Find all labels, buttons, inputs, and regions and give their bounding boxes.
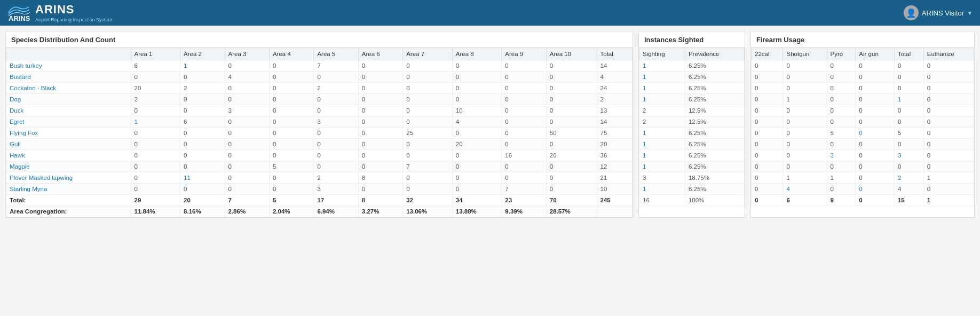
firearm-value: 0 <box>783 83 827 94</box>
species-value-cell: 0 <box>314 94 358 105</box>
species-name-cell[interactable]: Gull <box>6 139 131 150</box>
firearm-value[interactable]: 0 <box>856 184 895 195</box>
species-value-cell[interactable]: 11 <box>180 172 225 184</box>
species-value-cell: 0 <box>314 128 358 139</box>
total-value: 32 <box>403 195 453 206</box>
species-name-cell[interactable]: Plover Masked lapwing <box>6 172 131 184</box>
species-value-cell: 0 <box>358 105 402 116</box>
firearm-value: 1 <box>783 172 827 184</box>
firearm-value[interactable]: 2 <box>894 172 923 184</box>
species-value-cell: 0 <box>358 161 402 172</box>
col-total: Total <box>894 48 923 60</box>
firearm-value: 0 <box>923 94 974 105</box>
species-name-cell[interactable]: Duck <box>6 105 131 116</box>
sighting-value[interactable]: 1 <box>639 184 685 195</box>
species-value-cell: 0 <box>358 116 402 128</box>
sighting-value[interactable]: 1 <box>639 150 685 161</box>
species-value-cell: 14 <box>597 60 632 72</box>
species-value-cell[interactable]: 1 <box>180 60 225 72</box>
firearm-value[interactable]: 15 <box>894 195 923 206</box>
congregation-value: 3.27% <box>358 206 402 217</box>
logo-icon: ARINS <box>7 4 31 22</box>
prevalence-value: 6.25% <box>685 184 744 195</box>
species-value-cell: 0 <box>358 83 402 94</box>
firearm-value[interactable]: 0 <box>856 128 895 139</box>
congregation-value: 2.86% <box>225 206 269 217</box>
species-name-cell[interactable]: Egret <box>6 116 131 128</box>
sighting-value[interactable]: 1 <box>639 94 685 105</box>
table-row: Hawk00000000162036 <box>6 150 633 161</box>
firearm-value: 4 <box>894 184 923 195</box>
sighting-value[interactable]: 1 <box>639 128 685 139</box>
col-shotgun: Shotgun <box>783 48 827 60</box>
firearm-value: 0 <box>827 72 856 83</box>
table-row: 16.25% <box>639 72 745 83</box>
firearm-value: 0 <box>783 60 827 72</box>
species-name-cell[interactable]: Cockatoo - Black <box>6 83 131 94</box>
firearm-value: 0 <box>752 116 783 128</box>
firearm-value[interactable]: 1 <box>894 94 923 105</box>
species-name-cell[interactable]: Hawk <box>6 150 131 161</box>
species-value-cell: 0 <box>502 83 546 94</box>
user-menu[interactable]: 👤 ARINS Visitor ▼ <box>904 5 973 20</box>
col-area2: Area 2 <box>180 48 225 60</box>
user-avatar-icon: 👤 <box>904 5 919 20</box>
species-value-cell: 75 <box>597 128 632 139</box>
species-value-cell: 25 <box>403 128 453 139</box>
species-value-cell: 0 <box>358 94 402 105</box>
species-value-cell: 0 <box>180 72 225 83</box>
species-value-cell: 0 <box>180 161 225 172</box>
species-name-cell[interactable]: Dog <box>6 94 131 105</box>
firearm-value: 0 <box>856 60 895 72</box>
species-value-cell: 0 <box>358 60 402 72</box>
prevalence-value: 6.25% <box>685 128 744 139</box>
species-name-cell[interactable]: Bustard <box>6 72 131 83</box>
species-value-cell: 16 <box>502 150 546 161</box>
total-value: 29 <box>131 195 180 206</box>
species-name-cell[interactable]: Starling Myna <box>6 184 131 195</box>
firearm-panel-title: Firearm Usage <box>751 31 974 48</box>
sighting-value[interactable]: 1 <box>639 72 685 83</box>
firearm-value: 0 <box>856 139 895 150</box>
table-row: Egret160030040014 <box>6 116 633 128</box>
col-area4: Area 4 <box>269 48 313 60</box>
species-value-cell: 0 <box>452 161 502 172</box>
congregation-value: 13.88% <box>452 206 502 217</box>
sighting-value[interactable]: 1 <box>639 139 685 150</box>
sighting-value[interactable]: 1 <box>639 83 685 94</box>
congregation-value: 28.57% <box>546 206 597 217</box>
species-name-cell[interactable]: Bush turkey <box>6 60 131 72</box>
firearm-value: 0 <box>923 116 974 128</box>
total-label: Total: <box>6 195 131 206</box>
sighting-value[interactable]: 1 <box>639 60 685 72</box>
species-value-cell: 20 <box>131 83 180 94</box>
species-value-cell: 0 <box>269 184 313 195</box>
species-value-cell: 7 <box>314 60 358 72</box>
firearm-value[interactable]: 3 <box>894 150 923 161</box>
sighting-value[interactable]: 1 <box>639 161 685 172</box>
brand-subtitle: Airport Reporting Inspection System <box>35 17 112 23</box>
chevron-down-icon: ▼ <box>967 10 973 16</box>
firearm-value[interactable]: 3 <box>827 150 856 161</box>
firearm-value: 0 <box>856 172 895 184</box>
species-value-cell: 2 <box>314 172 358 184</box>
firearm-value: 0 <box>752 83 783 94</box>
firearm-value[interactable]: 4 <box>783 184 827 195</box>
firearm-value[interactable]: 6 <box>783 195 827 206</box>
table-row: Plover Masked lapwing0110028000021 <box>6 172 633 184</box>
species-value-cell: 12 <box>597 161 632 172</box>
species-value-cell: 0 <box>269 105 313 116</box>
col-total: Total <box>597 48 632 60</box>
species-value-cell: 0 <box>546 105 597 116</box>
species-value-cell: 4 <box>452 116 502 128</box>
species-value-cell: 0 <box>546 139 597 150</box>
species-name-cell[interactable]: Magpie <box>6 161 131 172</box>
firearm-value: 0 <box>894 83 923 94</box>
species-value-cell: 0 <box>358 184 402 195</box>
total-value: 34 <box>452 195 502 206</box>
species-name-cell[interactable]: Flying Fox <box>6 128 131 139</box>
species-value-cell: 2 <box>597 94 632 105</box>
table-row: Cockatoo - Black2020020000024 <box>6 83 633 94</box>
species-value-cell[interactable]: 1 <box>131 116 180 128</box>
congregation-value: 11.84% <box>131 206 180 217</box>
